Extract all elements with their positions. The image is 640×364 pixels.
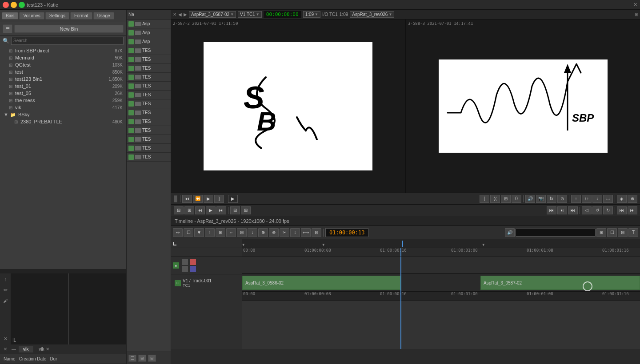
tb2-end7[interactable]: ⏮ <box>617 206 627 214</box>
mark-out-btn[interactable]: ] <box>214 195 224 203</box>
vik-tab-2-close[interactable]: ✕ <box>46 347 49 352</box>
bin-item[interactable]: ⊞vik417K <box>0 104 126 111</box>
track-nav-icon[interactable] <box>173 242 176 245</box>
format-tab[interactable]: Format <box>70 12 92 20</box>
tl-tool-4[interactable]: ↑ <box>205 228 215 237</box>
bin-row[interactable]: TES <box>127 46 171 55</box>
bin-row[interactable]: Asp <box>127 37 171 46</box>
bin-row[interactable]: TES <box>127 144 171 153</box>
bin-item[interactable]: ▼📁BSky <box>0 111 126 118</box>
bin-item[interactable]: ⊞test_01209K <box>0 83 126 90</box>
close-btn[interactable] <box>3 2 9 8</box>
cam-btn[interactable]: 📷 <box>536 195 546 203</box>
viewer-close-icon[interactable]: ✕ <box>173 12 176 17</box>
step-back-btn[interactable]: ⏪ <box>193 195 203 203</box>
search-input[interactable] <box>11 37 124 45</box>
lift-btn[interactable]: ↑ <box>571 195 581 203</box>
bins-tab[interactable]: Bins <box>2 12 18 20</box>
collapse-icon[interactable]: — <box>10 347 18 352</box>
grid-view-btn[interactable]: ☰ <box>3 24 12 33</box>
v1-enable-icon[interactable]: □ <box>175 280 181 286</box>
tl-tool-1[interactable]: ⇔ <box>173 228 183 237</box>
viewer-nav-right[interactable]: ▶ <box>184 12 187 17</box>
tc-mode-dropdown[interactable]: V1 TC1 ▼ <box>238 11 262 18</box>
vik-tab-1[interactable]: vik <box>19 346 33 352</box>
volumes-tab[interactable]: Volumes <box>19 12 44 20</box>
tl-tool-9[interactable]: ⊕ <box>258 228 268 237</box>
tb2-7[interactable]: ⊞ <box>241 206 251 214</box>
minimize-btn[interactable] <box>11 2 17 8</box>
move-clip-btn[interactable]: ⊕ <box>628 195 637 203</box>
tl-view-btn[interactable]: ⊞ <box>596 228 606 237</box>
tb2-3[interactable]: ⏮ <box>195 206 205 214</box>
tb2-2[interactable]: ⊞ <box>184 206 194 214</box>
tl-tool-6[interactable]: ↔ <box>226 228 236 237</box>
track-btn-2[interactable] <box>182 266 188 272</box>
tl-tool-7[interactable]: ⊟ <box>237 228 247 237</box>
match-frame-btn[interactable]: ◈ <box>617 195 627 203</box>
bin-row[interactable]: TES <box>127 135 171 144</box>
bin-row[interactable]: TES <box>127 55 171 64</box>
bin-item[interactable]: ⊞Mermaid50K <box>0 54 126 61</box>
clip-name-dropdown[interactable]: AspRat_3_0587-02 ▼ <box>189 11 236 18</box>
tb2-end1[interactable]: ⏮ <box>547 206 556 214</box>
settings-tab[interactable]: Settings <box>45 12 69 20</box>
tl-view4-btn[interactable]: T <box>628 228 638 237</box>
track-red-btn[interactable] <box>190 259 196 265</box>
play-btn[interactable]: ▶ <box>204 195 213 203</box>
overwrite-btn[interactable]: ↓ <box>592 195 602 203</box>
bin-item[interactable]: ⊞2380_PREBATTLE480K <box>0 118 126 125</box>
tb2-1[interactable]: ⊟ <box>174 206 184 214</box>
tb2-5[interactable]: ⏭ <box>216 206 226 214</box>
bins-scrollbar[interactable] <box>0 269 126 273</box>
tl-tool-5[interactable]: ⊞ <box>216 228 225 237</box>
tl-tool-12[interactable]: ↕ <box>290 228 300 237</box>
jog-btn[interactable]: ⊞ <box>501 195 511 203</box>
tl-tool-3[interactable]: ▼ <box>194 228 204 237</box>
play-fwd-btn[interactable]: ▶ <box>228 195 238 203</box>
tb2-end6[interactable]: ↻ <box>603 206 613 214</box>
clip-2[interactable]: AspRat_3_0587-02 <box>480 276 640 290</box>
extract-btn[interactable]: ↑↑ <box>582 195 592 203</box>
close-panel-icon[interactable]: ✕ <box>2 347 9 352</box>
tl-tool-8[interactable]: ↓ <box>248 228 257 237</box>
bin-item[interactable]: ⊞QGtest103K <box>0 61 126 68</box>
brush-icon[interactable]: 🖌 <box>1 297 9 305</box>
bin-row[interactable]: Asp <box>127 28 171 37</box>
mark-0-btn[interactable]: 0 <box>512 195 521 203</box>
bin-row[interactable]: TES <box>127 108 171 117</box>
window-close-icon[interactable]: ✕ <box>633 2 637 8</box>
tl-tool-13[interactable]: ⟺ <box>301 228 311 237</box>
fx-btn[interactable]: fx <box>547 195 556 203</box>
bin-row[interactable]: TES <box>127 64 171 73</box>
tl-audio-btn[interactable]: 🔊 <box>505 228 515 237</box>
rev-dropdown[interactable]: AspRat_3_rev026 ▼ <box>350 11 394 18</box>
tb2-end8[interactable]: ⏭ <box>628 206 637 214</box>
bin-list-view-btn[interactable]: ☰ <box>128 355 136 362</box>
pencil-icon[interactable]: ✏ <box>1 286 9 294</box>
tb2-end4[interactable]: ◁ <box>582 206 592 214</box>
bin-row[interactable]: TES <box>127 73 171 82</box>
bin-row[interactable]: TES <box>127 99 171 108</box>
bin-item[interactable]: ⊞the mess259K <box>0 97 126 104</box>
mark-in-btn[interactable] <box>174 195 177 202</box>
new-bin-button[interactable]: New Bin <box>14 25 124 33</box>
tb2-end2[interactable]: ⏯ <box>557 206 567 214</box>
bin-item[interactable]: ⊞test850K <box>0 68 126 75</box>
tl-tool-11[interactable]: ✂ <box>280 228 289 237</box>
reel-btn[interactable]: ⊙ <box>557 195 567 203</box>
audio-btn[interactable]: 🔊 <box>525 195 535 203</box>
tl-view3-btn[interactable]: ⊟ <box>618 228 628 237</box>
tb2-6[interactable]: ⊟ <box>230 206 240 214</box>
maximize-btn[interactable] <box>19 2 25 8</box>
splice-btn[interactable]: ↓↓ <box>603 195 613 203</box>
clip-1[interactable]: AspRat_3_0586-02 <box>242 276 400 290</box>
bin-item[interactable]: ⊞test_0526K <box>0 90 126 97</box>
viewer-nav-left[interactable]: ◀ <box>178 12 182 17</box>
vik-tab-2[interactable]: vik ✕ <box>34 346 54 352</box>
tb2-4[interactable]: ▶ <box>206 206 216 214</box>
bin-row[interactable]: TES <box>127 91 171 99</box>
track-blue-btn[interactable] <box>190 266 196 272</box>
arrow-icon[interactable]: ↑ <box>1 275 9 283</box>
mark-in-2[interactable]: [ <box>480 195 489 203</box>
